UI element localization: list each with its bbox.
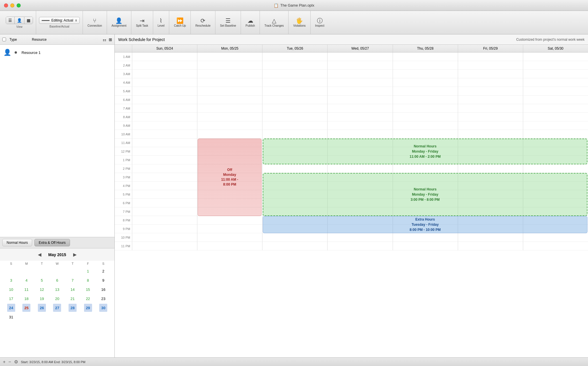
next-month-button[interactable]: ▶ (71, 251, 79, 258)
calendar-day[interactable]: 14 (69, 285, 77, 293)
day-cell (197, 225, 262, 233)
day-cell (523, 164, 588, 173)
calendar-day[interactable]: 5 (38, 276, 46, 284)
violations-button[interactable]: 🖐 Violations (291, 17, 307, 28)
prev-month-button[interactable]: ◀ (36, 251, 44, 258)
connection-button[interactable]: ⑂ Connection (86, 17, 104, 28)
calendar-day[interactable]: 28 (69, 304, 77, 312)
add-button[interactable]: + (3, 359, 5, 365)
calendar-day[interactable]: 3 (7, 276, 15, 284)
time-label: 12 PM (115, 147, 132, 156)
col-icons[interactable]: ⚏ ⊞ (103, 37, 112, 42)
calendar-day[interactable]: 30 (99, 304, 107, 312)
maximize-button[interactable] (17, 3, 21, 7)
day-cell (523, 233, 588, 242)
view-grid-btn[interactable]: ▦ (24, 17, 33, 24)
calendar-day[interactable]: 18 (22, 295, 30, 303)
calendar-day[interactable]: 20 (53, 295, 61, 303)
day-cell (393, 61, 458, 70)
day-cell (393, 70, 458, 78)
publish-button[interactable]: ☁ Publish (244, 17, 257, 28)
calendar-day[interactable]: 17 (7, 295, 15, 303)
calendar-day[interactable]: 26 (38, 304, 46, 312)
calendar-day[interactable]: 8 (84, 276, 92, 284)
schedule-grid: 1 AM2 AM3 AM4 AM5 AM6 AM7 AM8 AM9 AM10 A… (115, 52, 588, 250)
publish-icon: ☁ (248, 18, 253, 24)
level-button[interactable]: ⌇ Level (156, 17, 166, 28)
day-cell (327, 147, 392, 156)
split-task-button[interactable]: ⇥ Split Task (134, 17, 150, 28)
calendar-day[interactable]: 25 (22, 304, 30, 312)
day-cell (197, 207, 262, 216)
day-cell (197, 121, 262, 130)
calendar-day[interactable]: 21 (69, 295, 77, 303)
calendar-day[interactable]: 11 (22, 285, 30, 293)
inspect-button[interactable]: ⓘ Inspect (314, 17, 326, 28)
calendar-day[interactable]: 2 (99, 267, 107, 275)
select-all-checkbox[interactable] (2, 38, 6, 41)
day-cell (393, 199, 458, 207)
assignment-button[interactable]: 👤 Assignment (110, 17, 128, 28)
baseline-actual-label: Baseline/Actual (50, 25, 69, 28)
reschedule-button[interactable]: ⟳ Reschedule (194, 17, 212, 28)
calendar-day[interactable]: 7 (69, 276, 77, 284)
time-label: 3 AM (115, 70, 132, 78)
extra-off-hours-tab[interactable]: Extra & Off Hours (34, 239, 70, 246)
day-cell (393, 216, 458, 225)
track-changes-button[interactable]: △ Track Changes (263, 17, 285, 28)
view-list-btn[interactable]: ☰ (6, 17, 15, 24)
day-cell (523, 147, 588, 156)
view-segment[interactable]: ☰ 👤 ▦ (6, 17, 33, 24)
day-cell (262, 130, 327, 139)
close-button[interactable] (4, 3, 8, 7)
calendar-day[interactable]: 24 (7, 304, 15, 312)
day-cell (327, 104, 392, 113)
hierarchy-icon[interactable]: ⊞ (109, 37, 112, 42)
calendar-day[interactable]: 9 (99, 276, 107, 284)
calendar-day[interactable]: 22 (84, 295, 92, 303)
calendar-day[interactable]: 6 (53, 276, 61, 284)
day-cell (458, 156, 523, 164)
day-cell (327, 173, 392, 182)
calendar-day[interactable]: 10 (7, 285, 15, 293)
set-baseline-button[interactable]: ☰ Set Baseline (218, 17, 238, 28)
day-cell (327, 52, 392, 61)
day-cell (523, 199, 588, 207)
calendar-day[interactable]: 1 (84, 267, 92, 275)
time-label: 9 AM (115, 121, 132, 130)
calendar-day[interactable]: 12 (38, 285, 46, 293)
gear-button[interactable]: ⚙ (14, 359, 18, 365)
calendar-day[interactable]: 4 (22, 276, 30, 284)
catch-up-label: Catch Up (174, 24, 186, 27)
minimize-button[interactable] (10, 3, 14, 7)
day-cell (262, 104, 327, 113)
assignment-icon: 👤 (115, 18, 122, 24)
day-cell (132, 233, 197, 242)
filter-icon[interactable]: ⚏ (103, 37, 106, 42)
resource-row[interactable]: 👤 Resource 1 (2, 47, 112, 58)
calendar-day[interactable]: 23 (99, 295, 107, 303)
remove-button[interactable]: − (8, 359, 11, 365)
calendar-day[interactable]: 13 (53, 285, 61, 293)
window-controls[interactable] (4, 3, 21, 7)
day-cell (197, 70, 262, 78)
calendar-day[interactable]: 15 (84, 285, 92, 293)
calendar-day[interactable]: 27 (53, 304, 61, 312)
day-cell (197, 216, 262, 225)
editing-select[interactable]: Editing: Actual ⬍ (39, 17, 80, 24)
calendar-day[interactable]: 31 (7, 313, 15, 321)
calendar-day[interactable]: 19 (38, 295, 46, 303)
reschedule-group: ⟳ Reschedule (191, 11, 215, 34)
day-cell (523, 70, 588, 78)
day-cell (393, 87, 458, 96)
view-person-btn[interactable]: 👤 (15, 17, 24, 24)
catch-up-button[interactable]: ⏩ Catch Up (172, 17, 188, 28)
calendar-day[interactable]: 29 (84, 304, 92, 312)
day-cell (393, 139, 458, 147)
day-cell (132, 139, 197, 147)
normal-hours-tab[interactable]: Normal Hours (2, 239, 32, 246)
day-cell (197, 164, 262, 173)
editing-line-icon (42, 20, 50, 21)
calendar-day[interactable]: 16 (99, 285, 107, 293)
day-cell (458, 190, 523, 199)
